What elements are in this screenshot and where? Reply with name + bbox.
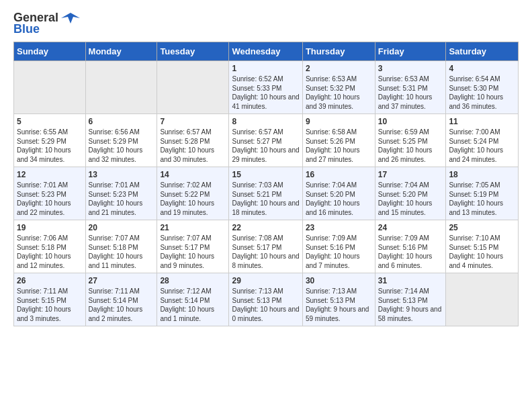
logo-bird-icon bbox=[61, 11, 80, 25]
day-detail: Sunrise: 6:59 AMSunset: 5:25 PMDaylight:… bbox=[378, 128, 443, 164]
day-detail: Sunrise: 6:52 AMSunset: 5:33 PMDaylight:… bbox=[232, 75, 299, 111]
day-detail: Sunrise: 7:10 AMSunset: 5:15 PMDaylight:… bbox=[449, 234, 515, 270]
day-detail: Sunrise: 7:11 AMSunset: 5:14 PMDaylight:… bbox=[89, 287, 154, 323]
calendar-header-row: SundayMondayTuesdayWednesdayThursdayFrid… bbox=[14, 42, 519, 61]
day-number: 29 bbox=[232, 276, 299, 285]
day-detail: Sunrise: 7:02 AMSunset: 5:22 PMDaylight:… bbox=[160, 181, 226, 217]
calendar-cell: 20Sunrise: 7:07 AMSunset: 5:18 PMDayligh… bbox=[85, 220, 157, 273]
day-number: 2 bbox=[306, 64, 372, 73]
day-number: 18 bbox=[449, 170, 515, 179]
day-number: 9 bbox=[306, 117, 372, 126]
calendar-cell: 9Sunrise: 6:58 AMSunset: 5:26 PMDaylight… bbox=[302, 114, 375, 167]
day-number: 13 bbox=[89, 170, 154, 179]
calendar-cell: 3Sunrise: 6:53 AMSunset: 5:31 PMDaylight… bbox=[375, 61, 446, 114]
day-detail: Sunrise: 7:01 AMSunset: 5:23 PMDaylight:… bbox=[89, 181, 154, 217]
calendar-cell: 10Sunrise: 6:59 AMSunset: 5:25 PMDayligh… bbox=[375, 114, 446, 167]
calendar-row-1: 5Sunrise: 6:55 AMSunset: 5:29 PMDaylight… bbox=[14, 114, 519, 167]
calendar-row-3: 19Sunrise: 7:06 AMSunset: 5:18 PMDayligh… bbox=[14, 220, 519, 273]
day-detail: Sunrise: 7:03 AMSunset: 5:21 PMDaylight:… bbox=[232, 181, 299, 217]
calendar-cell: 13Sunrise: 7:01 AMSunset: 5:23 PMDayligh… bbox=[85, 167, 157, 220]
svg-marker-0 bbox=[61, 13, 80, 24]
calendar-cell: 31Sunrise: 7:14 AMSunset: 5:13 PMDayligh… bbox=[375, 273, 446, 326]
day-detail: Sunrise: 7:11 AMSunset: 5:15 PMDaylight:… bbox=[17, 287, 83, 323]
day-detail: Sunrise: 7:05 AMSunset: 5:19 PMDaylight:… bbox=[449, 181, 515, 217]
day-detail: Sunrise: 7:12 AMSunset: 5:14 PMDaylight:… bbox=[160, 287, 226, 323]
calendar-cell: 24Sunrise: 7:09 AMSunset: 5:16 PMDayligh… bbox=[375, 220, 446, 273]
calendar-row-2: 12Sunrise: 7:01 AMSunset: 5:23 PMDayligh… bbox=[14, 167, 519, 220]
logo-blue: Blue bbox=[13, 22, 40, 36]
day-number: 1 bbox=[232, 64, 299, 73]
day-detail: Sunrise: 7:08 AMSunset: 5:17 PMDaylight:… bbox=[232, 234, 299, 270]
day-detail: Sunrise: 6:58 AMSunset: 5:26 PMDaylight:… bbox=[306, 128, 372, 164]
day-number: 28 bbox=[160, 276, 226, 285]
calendar-header-monday: Monday bbox=[85, 42, 157, 61]
calendar-header-thursday: Thursday bbox=[302, 42, 375, 61]
day-detail: Sunrise: 7:00 AMSunset: 5:24 PMDaylight:… bbox=[449, 128, 515, 164]
calendar-cell: 14Sunrise: 7:02 AMSunset: 5:22 PMDayligh… bbox=[157, 167, 229, 220]
calendar-cell: 1Sunrise: 6:52 AMSunset: 5:33 PMDaylight… bbox=[229, 61, 302, 114]
calendar-cell: 23Sunrise: 7:09 AMSunset: 5:16 PMDayligh… bbox=[302, 220, 375, 273]
calendar-cell bbox=[157, 61, 229, 114]
calendar-cell: 7Sunrise: 6:57 AMSunset: 5:28 PMDaylight… bbox=[157, 114, 229, 167]
day-number: 4 bbox=[449, 64, 515, 73]
day-detail: Sunrise: 7:04 AMSunset: 5:20 PMDaylight:… bbox=[306, 181, 372, 217]
calendar-cell: 17Sunrise: 7:04 AMSunset: 5:20 PMDayligh… bbox=[375, 167, 446, 220]
calendar-header-tuesday: Tuesday bbox=[157, 42, 229, 61]
calendar-cell: 6Sunrise: 6:56 AMSunset: 5:29 PMDaylight… bbox=[85, 114, 157, 167]
day-number: 26 bbox=[17, 276, 83, 285]
header: General Blue bbox=[13, 11, 519, 36]
day-number: 25 bbox=[449, 223, 515, 232]
day-number: 6 bbox=[89, 117, 154, 126]
calendar-cell: 30Sunrise: 7:13 AMSunset: 5:13 PMDayligh… bbox=[302, 273, 375, 326]
calendar-cell: 8Sunrise: 6:57 AMSunset: 5:27 PMDaylight… bbox=[229, 114, 302, 167]
calendar-cell: 21Sunrise: 7:07 AMSunset: 5:17 PMDayligh… bbox=[157, 220, 229, 273]
calendar-cell bbox=[446, 273, 519, 326]
page: General Blue SundayMondayTuesdayWednesda… bbox=[0, 0, 532, 337]
calendar-header-wednesday: Wednesday bbox=[229, 42, 302, 61]
day-detail: Sunrise: 7:07 AMSunset: 5:18 PMDaylight:… bbox=[89, 234, 154, 270]
calendar-cell: 15Sunrise: 7:03 AMSunset: 5:21 PMDayligh… bbox=[229, 167, 302, 220]
day-number: 17 bbox=[378, 170, 443, 179]
day-number: 10 bbox=[378, 117, 443, 126]
day-number: 19 bbox=[17, 223, 83, 232]
calendar-cell: 27Sunrise: 7:11 AMSunset: 5:14 PMDayligh… bbox=[85, 273, 157, 326]
calendar-cell: 29Sunrise: 7:13 AMSunset: 5:13 PMDayligh… bbox=[229, 273, 302, 326]
day-detail: Sunrise: 7:06 AMSunset: 5:18 PMDaylight:… bbox=[17, 234, 83, 270]
day-detail: Sunrise: 7:07 AMSunset: 5:17 PMDaylight:… bbox=[160, 234, 226, 270]
calendar-cell: 12Sunrise: 7:01 AMSunset: 5:23 PMDayligh… bbox=[14, 167, 86, 220]
day-number: 7 bbox=[160, 117, 226, 126]
calendar-header-friday: Friday bbox=[375, 42, 446, 61]
calendar-table: SundayMondayTuesdayWednesdayThursdayFrid… bbox=[13, 42, 519, 326]
day-number: 31 bbox=[378, 276, 443, 285]
calendar-row-4: 26Sunrise: 7:11 AMSunset: 5:15 PMDayligh… bbox=[14, 273, 519, 326]
day-detail: Sunrise: 6:53 AMSunset: 5:32 PMDaylight:… bbox=[306, 75, 372, 111]
day-detail: Sunrise: 6:55 AMSunset: 5:29 PMDaylight:… bbox=[17, 128, 83, 164]
day-number: 21 bbox=[160, 223, 226, 232]
day-detail: Sunrise: 6:56 AMSunset: 5:29 PMDaylight:… bbox=[89, 128, 154, 164]
calendar-row-0: 1Sunrise: 6:52 AMSunset: 5:33 PMDaylight… bbox=[14, 61, 519, 114]
calendar-cell: 25Sunrise: 7:10 AMSunset: 5:15 PMDayligh… bbox=[446, 220, 519, 273]
day-number: 11 bbox=[449, 117, 515, 126]
day-number: 3 bbox=[378, 64, 443, 73]
day-number: 23 bbox=[306, 223, 372, 232]
day-detail: Sunrise: 6:54 AMSunset: 5:30 PMDaylight:… bbox=[449, 75, 515, 111]
calendar-cell: 19Sunrise: 7:06 AMSunset: 5:18 PMDayligh… bbox=[14, 220, 86, 273]
calendar-cell: 28Sunrise: 7:12 AMSunset: 5:14 PMDayligh… bbox=[157, 273, 229, 326]
day-number: 24 bbox=[378, 223, 443, 232]
day-number: 20 bbox=[89, 223, 154, 232]
day-number: 16 bbox=[306, 170, 372, 179]
calendar-cell bbox=[85, 61, 157, 114]
calendar-cell: 22Sunrise: 7:08 AMSunset: 5:17 PMDayligh… bbox=[229, 220, 302, 273]
calendar-cell: 2Sunrise: 6:53 AMSunset: 5:32 PMDaylight… bbox=[302, 61, 375, 114]
day-number: 30 bbox=[306, 276, 372, 285]
day-number: 8 bbox=[232, 117, 299, 126]
day-detail: Sunrise: 7:01 AMSunset: 5:23 PMDaylight:… bbox=[17, 181, 83, 217]
day-number: 5 bbox=[17, 117, 83, 126]
day-number: 27 bbox=[89, 276, 154, 285]
day-detail: Sunrise: 7:14 AMSunset: 5:13 PMDaylight:… bbox=[378, 287, 443, 323]
calendar-cell: 18Sunrise: 7:05 AMSunset: 5:19 PMDayligh… bbox=[446, 167, 519, 220]
day-number: 14 bbox=[160, 170, 226, 179]
calendar-cell bbox=[14, 61, 86, 114]
calendar-cell: 26Sunrise: 7:11 AMSunset: 5:15 PMDayligh… bbox=[14, 273, 86, 326]
day-detail: Sunrise: 7:13 AMSunset: 5:13 PMDaylight:… bbox=[306, 287, 372, 323]
